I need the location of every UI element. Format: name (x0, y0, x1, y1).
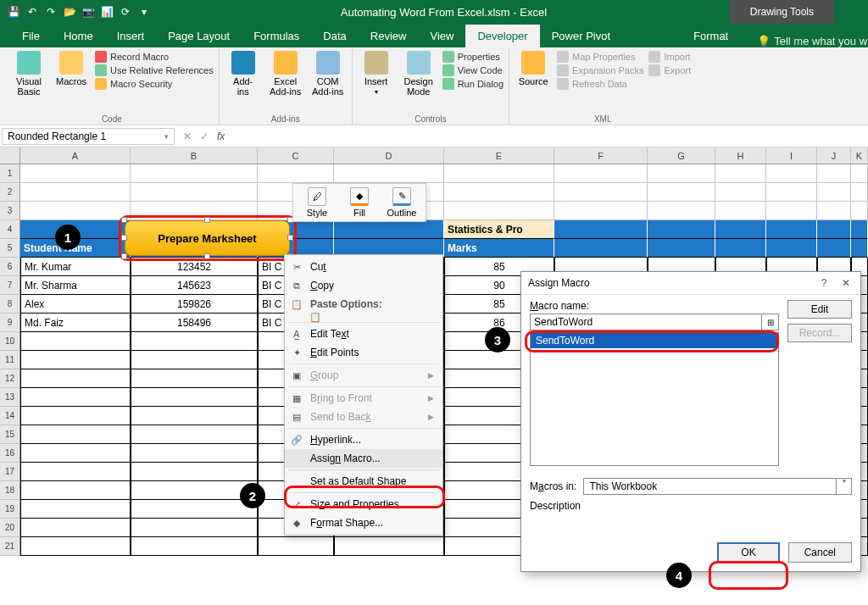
enter-fx-icon[interactable]: ✓ (200, 130, 209, 142)
cell[interactable]: 123452 (131, 258, 258, 276)
row-header[interactable]: 14 (0, 407, 20, 425)
cell[interactable] (131, 500, 258, 519)
row-header[interactable]: 3 (0, 202, 20, 220)
name-box[interactable]: Rounded Rectangle 1▾ (2, 128, 175, 145)
record-macro-button[interactable]: Record Macro (95, 51, 214, 63)
cell[interactable] (766, 183, 817, 202)
resize-handle[interactable] (204, 253, 210, 259)
cell[interactable] (20, 537, 131, 556)
ctx-format-shape[interactable]: ◆Format Shape... (285, 513, 442, 532)
tab-data[interactable]: Data (311, 25, 358, 47)
cell[interactable] (20, 481, 131, 500)
cell[interactable] (817, 220, 851, 239)
source-button[interactable]: Source (515, 51, 552, 86)
cell[interactable] (131, 537, 258, 556)
refresh-data-button[interactable]: Refresh Data (557, 78, 643, 90)
dialog-help-button[interactable]: ? (816, 277, 832, 289)
tab-format[interactable]: Format (682, 25, 740, 47)
resize-handle[interactable] (287, 235, 293, 241)
dialog-close-button[interactable]: ✕ (838, 277, 854, 289)
tab-file[interactable]: File (10, 25, 52, 47)
cell[interactable] (444, 202, 554, 220)
macro-security-button[interactable]: Macro Security (95, 78, 214, 90)
cell[interactable] (131, 444, 258, 463)
cell[interactable]: 145623 (131, 276, 258, 295)
row-header[interactable]: 16 (0, 444, 20, 463)
macros-button[interactable]: Macros (53, 51, 90, 86)
tab-view[interactable]: View (418, 25, 465, 47)
cell[interactable]: Mr. Kumar (20, 258, 131, 276)
ctx-assign-macro[interactable]: Assign Macro... (285, 449, 442, 468)
undo-icon[interactable]: ↶ (25, 5, 39, 19)
range-picker-icon[interactable]: ⊞ (762, 314, 779, 330)
cell[interactable]: Md. Faiz (20, 314, 131, 332)
cell[interactable] (131, 351, 258, 369)
cell[interactable] (131, 369, 258, 388)
cell[interactable] (715, 183, 766, 202)
ctx-cut[interactable]: ✂Cut (285, 258, 442, 276)
row-header[interactable]: 21 (0, 537, 20, 556)
resize-handle[interactable] (204, 217, 210, 223)
col-header[interactable]: J (817, 147, 851, 164)
chevron-down-icon[interactable]: ▾ (164, 132, 169, 141)
cell[interactable]: Alex (20, 295, 131, 314)
edit-button[interactable]: Edit (787, 300, 852, 319)
row-header[interactable]: 20 (0, 519, 20, 537)
cell[interactable] (554, 239, 648, 258)
mini-fill-button[interactable]: ◆Fill (341, 187, 378, 218)
row-header[interactable]: 4 (0, 220, 20, 239)
ctx-size-properties[interactable]: ⤢Size and Properties... (285, 495, 442, 513)
row-header[interactable]: 18 (0, 481, 20, 500)
col-header[interactable]: I (766, 147, 817, 164)
macros-in-select[interactable]: This Workbook ˅ (583, 478, 852, 495)
col-header[interactable]: E (444, 147, 554, 164)
cell[interactable] (766, 239, 817, 258)
cell[interactable] (817, 164, 851, 183)
cell[interactable] (131, 202, 258, 220)
cell[interactable] (648, 220, 715, 239)
cell[interactable] (20, 463, 131, 481)
row-header[interactable]: 1 (0, 164, 20, 183)
row-header[interactable]: 6 (0, 258, 20, 276)
cell[interactable] (715, 220, 766, 239)
mini-style-button[interactable]: 🖊Style (298, 187, 336, 218)
cell[interactable] (131, 332, 258, 351)
cell[interactable] (258, 537, 334, 556)
row-header[interactable]: 5 (0, 239, 20, 258)
cell[interactable] (20, 369, 131, 388)
row-header[interactable]: 10 (0, 332, 20, 351)
cell[interactable] (851, 220, 868, 239)
row-header[interactable]: 17 (0, 463, 20, 481)
tab-home[interactable]: Home (52, 25, 105, 47)
cell[interactable] (20, 164, 131, 183)
ctx-copy[interactable]: ⧉Copy (285, 276, 442, 295)
cell[interactable] (20, 351, 131, 369)
run-dialog-button[interactable]: Run Dialog (442, 78, 504, 90)
row-header[interactable]: 19 (0, 500, 20, 519)
cell[interactable] (20, 500, 131, 519)
cell[interactable] (131, 519, 258, 537)
cell[interactable] (131, 388, 258, 407)
cell[interactable] (334, 164, 444, 183)
cell[interactable] (648, 164, 715, 183)
expansion-packs-button[interactable]: Expansion Packs (557, 64, 643, 76)
redo-icon[interactable]: ↷ (44, 5, 58, 19)
cell[interactable] (444, 183, 554, 202)
chevron-down-icon[interactable]: ˅ (836, 479, 851, 494)
macro-name-input[interactable] (530, 314, 762, 330)
cell[interactable] (131, 183, 258, 202)
tab-page-layout[interactable]: Page Layout (156, 25, 242, 47)
visual-basic-button[interactable]: Visual Basic (10, 51, 47, 97)
row-header[interactable]: 2 (0, 183, 20, 202)
cell[interactable] (554, 183, 648, 202)
camera-icon[interactable]: 📷 (81, 5, 95, 19)
addins-button[interactable]: Add- ins (225, 51, 262, 97)
cell[interactable] (817, 239, 851, 258)
cell[interactable] (817, 183, 851, 202)
ctx-edit-points[interactable]: ✦Edit Points (285, 343, 442, 362)
cell[interactable] (851, 164, 868, 183)
tab-review[interactable]: Review (359, 25, 419, 47)
macro-list-item[interactable]: SendToWord (531, 333, 778, 348)
cell[interactable]: Statistics & Pro (444, 220, 554, 239)
cell[interactable] (20, 407, 131, 425)
